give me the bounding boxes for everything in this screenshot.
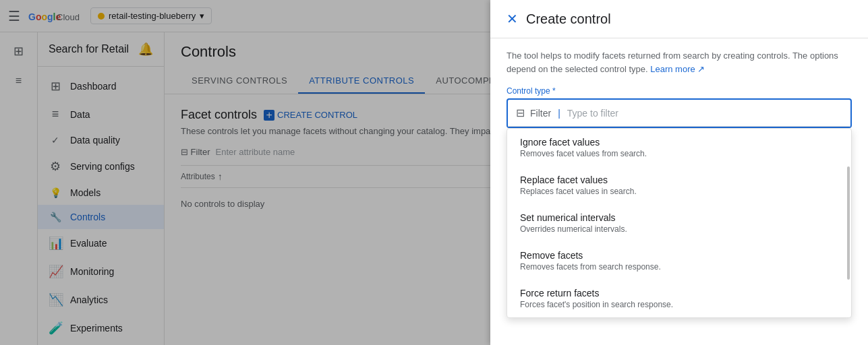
learn-more-link[interactable]: Learn more ↗ [650,64,705,74]
filter-label: Filter [530,108,551,119]
filter-type-icon: ⊟ [516,106,525,119]
control-type-field-group: Control type * ⊟ Filter | Ignore facet v… [507,86,852,318]
scrollbar-indicator[interactable] [847,166,850,280]
dropdown-item-remove-facets[interactable]: Remove facets Removes facets from search… [507,242,851,280]
dropdown-item-title: Set numerical intervals [520,212,840,223]
control-type-filter-input[interactable] [567,108,842,119]
dropdown-item-title: Force return facets [520,288,840,299]
dropdown-item-set-numerical-intervals[interactable]: Set numerical intervals Overrides numeri… [507,204,851,242]
panel-body: The tool helps to modify facets returned… [490,38,868,345]
dropdown-item-desc: Overrides numerical intervals. [520,224,840,234]
dropdown-item-ignore-facet-values[interactable]: Ignore facet values Removes facet values… [507,129,851,166]
dropdown-item-desc: Removes facets from search response. [520,262,840,272]
control-type-dropdown: Ignore facet values Removes facet values… [507,128,852,318]
dropdown-item-desc: Removes facet values from search. [520,149,840,158]
create-control-panel: ✕ Create control The tool helps to modif… [490,0,868,345]
dropdown-item-title: Remove facets [520,250,840,261]
panel-description: The tool helps to modify facets returned… [507,49,852,75]
cursor: | [558,108,560,119]
control-type-label: Control type * [507,86,852,96]
dropdown-item-replace-facet-values[interactable]: Replace facet values Replaces facet valu… [507,166,851,204]
filter-type-row: ⊟ Filter | [508,100,850,127]
dropdown-item-title: Replace facet values [520,175,840,185]
dropdown-item-title: Ignore facet values [520,137,840,148]
dropdown-item-desc: Replaces facet values in search. [520,187,840,196]
control-type-field: ⊟ Filter | [507,98,852,128]
dropdown-item-desc: Forces facet's position in search respon… [520,300,840,309]
dropdown-item-force-return-facets[interactable]: Force return facets Forces facet's posit… [507,280,851,317]
panel-title: Create control [526,11,611,27]
panel-header: ✕ Create control [490,0,868,38]
close-icon[interactable]: ✕ [507,11,518,27]
